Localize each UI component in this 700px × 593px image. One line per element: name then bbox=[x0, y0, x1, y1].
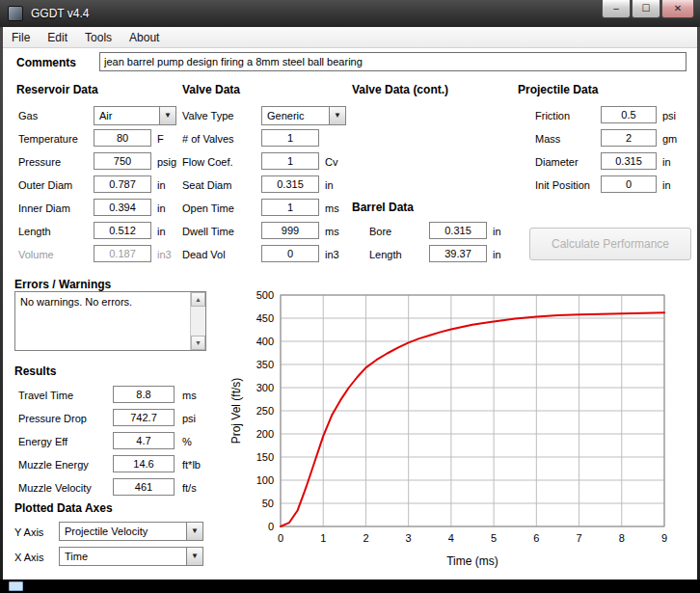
minimize-button[interactable]: – bbox=[602, 0, 631, 18]
outer-diam-unit: in bbox=[157, 177, 166, 193]
svg-text:100: 100 bbox=[256, 474, 274, 486]
chevron-down-icon[interactable]: ▼ bbox=[159, 107, 175, 124]
valve-section-title: Valve Data bbox=[182, 83, 240, 96]
energy-eff-unit: % bbox=[182, 434, 192, 449]
comments-input[interactable] bbox=[99, 52, 687, 71]
svg-text:4: 4 bbox=[448, 532, 454, 544]
chevron-down-icon[interactable]: ▼ bbox=[186, 548, 202, 565]
svg-text:300: 300 bbox=[256, 382, 274, 393]
errors-textarea[interactable]: No warnings. No errors. ▲ ▼ bbox=[14, 291, 206, 351]
svg-text:0: 0 bbox=[278, 532, 283, 544]
barrel-length-unit: in bbox=[493, 247, 501, 262]
chevron-down-icon[interactable]: ▼ bbox=[329, 107, 345, 124]
gas-label: Gas bbox=[18, 108, 38, 123]
temperature-unit: F bbox=[157, 131, 164, 147]
bore-unit: in bbox=[493, 224, 501, 239]
volume-unit: in3 bbox=[157, 247, 172, 262]
velocity-chart: 0123456789050100150200250300350400450500… bbox=[227, 283, 680, 575]
barrel-length-field[interactable]: 39.37 bbox=[429, 245, 487, 262]
num-valves-label: # of Valves bbox=[182, 131, 234, 147]
menu-about[interactable]: About bbox=[121, 28, 168, 47]
svg-text:Proj Vel (ft/s): Proj Vel (ft/s) bbox=[229, 378, 243, 445]
projectile-section-title: Projectile Data bbox=[518, 83, 598, 96]
temperature-label: Temperature bbox=[18, 131, 78, 147]
svg-text:500: 500 bbox=[256, 289, 274, 301]
menu-bar: File Edit Tools About bbox=[3, 27, 697, 48]
init-position-unit: in bbox=[662, 177, 671, 193]
valve-type-label: Valve Type bbox=[182, 108, 233, 123]
pressure-field[interactable]: 750 bbox=[94, 152, 151, 170]
pressure-label: Pressure bbox=[18, 154, 61, 170]
x-axis-label: X Axis bbox=[14, 550, 44, 565]
maximize-button[interactable]: ☐ bbox=[632, 0, 660, 18]
energy-eff-label: Energy Eff bbox=[18, 434, 67, 449]
svg-text:50: 50 bbox=[262, 498, 274, 509]
flow-coef-label: Flow Coef. bbox=[182, 154, 233, 170]
menu-tools[interactable]: Tools bbox=[76, 28, 121, 47]
muzzle-velocity-field[interactable]: 461 bbox=[113, 478, 175, 496]
muzzle-energy-unit: ft*lb bbox=[182, 457, 201, 472]
temperature-field[interactable]: 80 bbox=[94, 129, 151, 147]
y-axis-label: Y Axis bbox=[14, 525, 43, 540]
travel-time-field[interactable]: 8.8 bbox=[113, 386, 175, 403]
dead-vol-label: Dead Vol bbox=[182, 247, 226, 262]
close-button[interactable]: ✕ bbox=[661, 0, 694, 18]
friction-field[interactable]: 0.5 bbox=[601, 106, 657, 123]
reservoir-section-title: Reservoir Data bbox=[16, 83, 98, 96]
scroll-down-icon[interactable]: ▼ bbox=[191, 336, 205, 350]
reservoir-length-field[interactable]: 0.512 bbox=[94, 222, 151, 239]
open-time-field[interactable]: 1 bbox=[261, 199, 319, 216]
dead-vol-field[interactable]: 0 bbox=[261, 245, 319, 262]
title-bar[interactable]: GGDT v4.4 – ☐ ✕ bbox=[0, 0, 700, 27]
seat-diam-unit: in bbox=[325, 177, 334, 193]
dwell-time-label: Dwell Time bbox=[182, 224, 234, 239]
menu-file[interactable]: File bbox=[3, 28, 39, 47]
dead-vol-unit: in3 bbox=[325, 247, 339, 262]
diameter-label: Diameter bbox=[535, 154, 579, 170]
dwell-time-unit: ms bbox=[325, 224, 339, 239]
chevron-down-icon[interactable]: ▼ bbox=[186, 523, 202, 540]
bore-field[interactable]: 0.315 bbox=[429, 222, 487, 239]
taskbar-icon[interactable] bbox=[9, 581, 23, 591]
volume-label: Volume bbox=[18, 247, 54, 262]
energy-eff-field[interactable]: 4.7 bbox=[113, 432, 175, 449]
mass-label: Mass bbox=[535, 131, 560, 147]
app-icon bbox=[8, 6, 23, 21]
outer-diam-field[interactable]: 0.787 bbox=[94, 175, 151, 193]
inner-diam-field[interactable]: 0.394 bbox=[94, 199, 151, 216]
gas-select[interactable]: Air ▼ bbox=[94, 106, 176, 125]
svg-text:5: 5 bbox=[491, 532, 497, 544]
valve-type-select[interactable]: Generic ▼ bbox=[261, 106, 346, 125]
dwell-time-field[interactable]: 999 bbox=[261, 222, 319, 239]
muzzle-energy-field[interactable]: 14.6 bbox=[113, 455, 175, 472]
friction-label: Friction bbox=[535, 108, 570, 123]
diameter-field[interactable]: 0.315 bbox=[601, 152, 657, 170]
volume-field: 0.187 bbox=[94, 245, 151, 262]
flow-coef-unit: Cv bbox=[325, 154, 337, 170]
svg-text:7: 7 bbox=[576, 532, 581, 544]
x-axis-select-value: Time bbox=[65, 551, 88, 562]
svg-text:0: 0 bbox=[268, 521, 274, 532]
pressure-drop-label: Pressure Drop bbox=[18, 411, 87, 426]
y-axis-select[interactable]: Projectile Velocity ▼ bbox=[59, 522, 203, 541]
muzzle-velocity-unit: ft/s bbox=[182, 480, 197, 496]
travel-time-label: Travel Time bbox=[18, 388, 73, 403]
scroll-up-icon[interactable]: ▲ bbox=[191, 292, 205, 307]
x-axis-select[interactable]: Time ▼ bbox=[59, 547, 203, 566]
bottom-frame bbox=[0, 580, 700, 593]
reservoir-length-unit: in bbox=[157, 224, 166, 239]
errors-scrollbar[interactable]: ▲ ▼ bbox=[190, 292, 205, 350]
menu-edit[interactable]: Edit bbox=[39, 28, 76, 47]
y-axis-select-value: Projectile Velocity bbox=[65, 526, 148, 537]
svg-text:Time (ms): Time (ms) bbox=[446, 554, 498, 568]
num-valves-field[interactable]: 1 bbox=[261, 129, 319, 147]
pressure-drop-field[interactable]: 742.7 bbox=[113, 409, 175, 426]
init-position-field[interactable]: 0 bbox=[601, 175, 657, 193]
calculate-performance-button[interactable]: Calculate Performance bbox=[529, 228, 691, 260]
diameter-unit: in bbox=[662, 154, 671, 170]
flow-coef-field[interactable]: 1 bbox=[261, 152, 319, 170]
valve-type-select-value: Generic bbox=[267, 110, 305, 121]
barrel-length-label: Length bbox=[369, 247, 402, 262]
mass-field[interactable]: 2 bbox=[601, 129, 657, 147]
seat-diam-field[interactable]: 0.315 bbox=[261, 175, 319, 193]
